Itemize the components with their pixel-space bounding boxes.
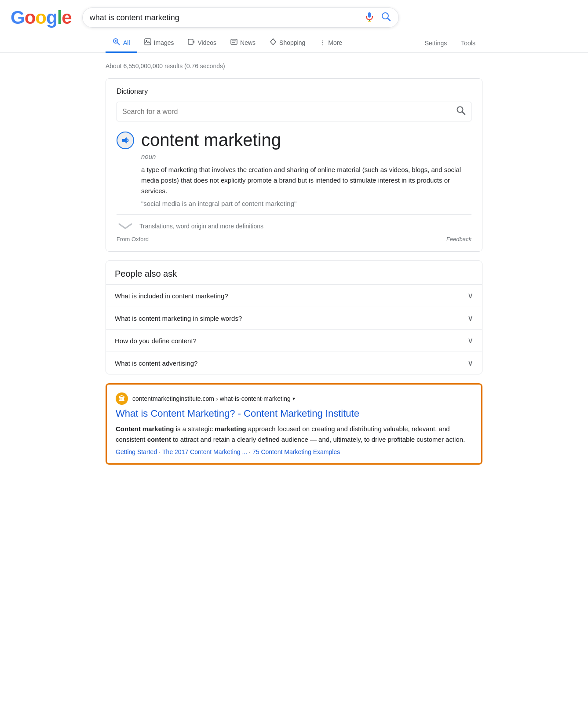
- svg-point-7: [115, 40, 117, 42]
- paa-question-1: What is content marketing in simple word…: [115, 315, 242, 322]
- dictionary-definition: a type of marketing that involves the cr…: [141, 165, 471, 196]
- snippet-bold-2: marketing: [215, 425, 246, 433]
- more-tab-icon: ⋮: [319, 39, 325, 46]
- header: Google: [0, 0, 588, 28]
- results-area: About 6,550,000,000 results (0.76 second…: [0, 53, 588, 491]
- chevron-icon-0: ∨: [467, 291, 473, 301]
- paa-item-0[interactable]: What is included in content marketing? ∨: [106, 284, 482, 307]
- dictionary-footer: From Oxford Feedback: [117, 236, 471, 242]
- microphone-icon[interactable]: [364, 11, 375, 24]
- chevron-icon-2: ∨: [467, 336, 473, 345]
- search-bar[interactable]: [82, 7, 399, 28]
- paa-question-3: What is content advertising?: [115, 359, 197, 367]
- svg-rect-12: [231, 39, 237, 44]
- result-link-sep-1: ·: [249, 448, 251, 455]
- site-url: contentmarketinginstitute.com › what-is-…: [132, 395, 295, 402]
- url-separator: ›: [216, 395, 218, 402]
- result-title[interactable]: What is Content Marketing? - Content Mar…: [116, 407, 472, 420]
- svg-rect-10: [188, 39, 193, 44]
- paa-question-0: What is included in content marketing?: [115, 292, 228, 300]
- dictionary-search-row[interactable]: [117, 102, 471, 121]
- news-tab-icon: [230, 38, 237, 47]
- chevron-icon-3: ∨: [467, 358, 473, 368]
- svg-line-6: [117, 43, 120, 45]
- search-bar-icons: [364, 11, 391, 24]
- shopping-tab-icon: [270, 38, 277, 47]
- site-domain: contentmarketinginstitute.com: [132, 395, 214, 402]
- site-path: what-is-content-marketing: [220, 395, 291, 402]
- tab-more[interactable]: ⋮ More: [312, 35, 349, 52]
- dictionary-card: Dictionary content marketing noun a type…: [106, 78, 482, 252]
- dictionary-pos: noun: [141, 153, 471, 160]
- paa-question-2: How do you define content?: [115, 337, 197, 345]
- paa-item-2[interactable]: How do you define content? ∨: [106, 329, 482, 352]
- tab-shopping-label: Shopping: [279, 39, 305, 46]
- results-count: About 6,550,000,000 results (0.76 second…: [106, 62, 482, 70]
- videos-tab-icon: [188, 38, 195, 47]
- result-link-0[interactable]: Getting Started: [116, 448, 157, 455]
- tools-link[interactable]: Tools: [454, 35, 482, 51]
- tab-news-label: News: [240, 39, 256, 46]
- tab-images-label: Images: [154, 39, 174, 46]
- result-link-sep-0: ·: [159, 448, 161, 455]
- google-logo: Google: [11, 7, 72, 28]
- tab-images[interactable]: Images: [137, 34, 181, 52]
- paa-item-1[interactable]: What is content marketing in simple word…: [106, 307, 482, 329]
- dictionary-source: From Oxford: [117, 236, 149, 242]
- tab-videos-label: Videos: [197, 39, 216, 46]
- dictionary-example: "social media is an integral part of con…: [141, 200, 471, 207]
- svg-line-4: [387, 18, 390, 21]
- snippet-bold-4: content: [147, 436, 171, 443]
- paa-title: People also ask: [106, 261, 482, 284]
- settings-link[interactable]: Settings: [418, 35, 454, 51]
- svg-line-16: [462, 112, 465, 114]
- result-snippet: Content marketing is a strategic marketi…: [116, 424, 472, 445]
- svg-marker-17: [122, 137, 127, 143]
- tab-all[interactable]: All: [106, 33, 137, 53]
- chevron-icon-1: ∨: [467, 313, 473, 323]
- result-site-row: 🏛 contentmarketinginstitute.com › what-i…: [116, 392, 472, 405]
- search-result-0: 🏛 contentmarketinginstitute.com › what-i…: [106, 383, 482, 465]
- site-favicon: 🏛: [116, 392, 128, 405]
- search-input[interactable]: [90, 13, 359, 22]
- tab-shopping[interactable]: Shopping: [263, 34, 312, 52]
- feedback-link[interactable]: Feedback: [446, 236, 471, 242]
- paa-item-3[interactable]: What is content advertising? ∨: [106, 352, 482, 374]
- images-tab-icon: [144, 38, 151, 47]
- url-dropdown-arrow[interactable]: ▾: [292, 396, 295, 402]
- dictionary-word: content marketing: [141, 130, 281, 150]
- dictionary-more-label: Translations, word origin and more defin…: [139, 223, 263, 230]
- people-also-ask-card: People also ask What is included in cont…: [106, 260, 482, 374]
- result-link-2[interactable]: 75 Content Marketing Examples: [252, 448, 340, 455]
- snippet-text-5: to attract and retain a clearly defined …: [171, 436, 465, 443]
- dictionary-search-input[interactable]: [122, 108, 456, 116]
- result-links: Getting Started · The 2017 Content Marke…: [116, 448, 472, 455]
- dictionary-word-row: content marketing: [117, 130, 471, 150]
- nav-tabs: All Images Videos News Shopping ⋮ More S…: [0, 28, 588, 53]
- tab-more-label: More: [328, 39, 342, 46]
- dictionary-more-row[interactable]: Translations, word origin and more defin…: [117, 214, 471, 231]
- tab-all-label: All: [123, 39, 130, 46]
- speaker-button[interactable]: [117, 132, 134, 149]
- chevron-down-icon: [117, 221, 134, 231]
- search-submit-icon[interactable]: [381, 11, 391, 24]
- tab-news[interactable]: News: [223, 34, 263, 52]
- dictionary-search-button[interactable]: [456, 106, 466, 117]
- result-link-1[interactable]: The 2017 Content Marketing ...: [162, 448, 247, 455]
- dictionary-title: Dictionary: [117, 88, 471, 95]
- nav-right: Settings Tools: [418, 35, 482, 51]
- svg-rect-0: [368, 12, 371, 18]
- tab-videos[interactable]: Videos: [181, 34, 223, 52]
- snippet-bold-0: Content marketing: [116, 425, 174, 433]
- all-tab-icon: [113, 38, 121, 47]
- snippet-text-1: is a strategic: [174, 425, 215, 433]
